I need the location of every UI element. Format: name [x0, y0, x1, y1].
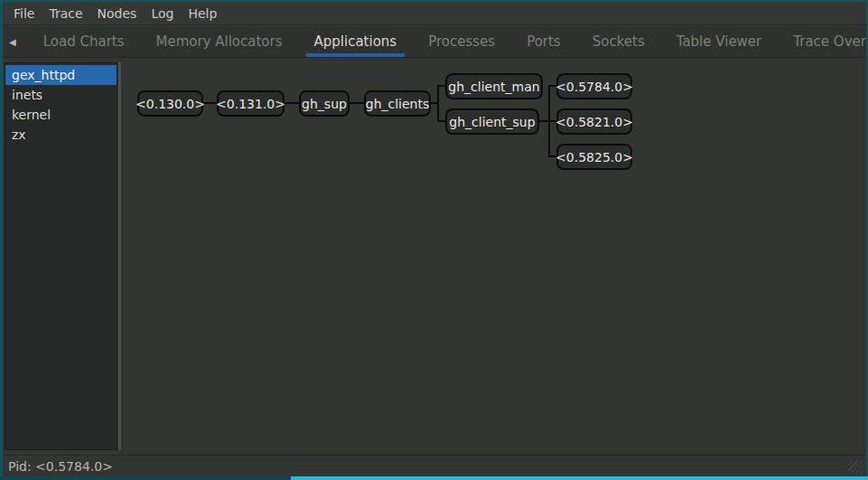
- tab-sockets[interactable]: Sockets: [584, 26, 653, 57]
- tab-ports[interactable]: Ports: [518, 26, 569, 57]
- observer-window: FileTraceNodesLogHelp ◀ Load ChartsMemor…: [0, 0, 868, 480]
- tree-connector: [548, 85, 550, 157]
- tab-strip: Load ChartsMemory AllocatorsApplications…: [23, 26, 868, 57]
- tab-processes[interactable]: Processes: [420, 26, 503, 57]
- tree-connector: [350, 102, 364, 104]
- sidebar-item-zx[interactable]: zx: [5, 125, 117, 145]
- menu-help[interactable]: Help: [181, 2, 224, 25]
- tree-connector: [539, 120, 549, 122]
- window-border-bottom-accent[interactable]: [291, 476, 868, 480]
- splitter-handle[interactable]: [118, 62, 121, 450]
- process-node-0-5784-0[interactable]: <0.5784.0>: [556, 73, 632, 99]
- content-area: gex_httpdinetskernelzx <0.130.0><0.131.0…: [3, 58, 866, 455]
- status-text: Pid: <0.5784.0>: [8, 459, 113, 474]
- menu-nodes[interactable]: Nodes: [90, 2, 145, 25]
- sidebar-item-inets[interactable]: inets: [5, 85, 117, 105]
- menu-file[interactable]: File: [6, 2, 42, 25]
- menu-bar: FileTraceNodesLogHelp: [3, 2, 866, 25]
- tree-connector: [437, 85, 439, 122]
- process-node-gh-client-sup[interactable]: gh_client_sup: [445, 108, 539, 135]
- menu-trace[interactable]: Trace: [42, 2, 89, 25]
- resize-grip[interactable]: [848, 461, 863, 474]
- process-node-gh-sup[interactable]: gh_sup: [299, 90, 350, 117]
- tab-bar: ◀ Load ChartsMemory AllocatorsApplicatio…: [3, 26, 866, 58]
- process-node-0-131-0[interactable]: <0.131.0>: [217, 90, 285, 117]
- tree-connector: [431, 102, 438, 104]
- process-tree-canvas: <0.130.0><0.131.0>gh_supgh_clientsgh_cli…: [0, 0, 868, 480]
- tab-load-charts[interactable]: Load Charts: [35, 26, 133, 57]
- process-node-0-5825-0[interactable]: <0.5825.0>: [556, 144, 632, 170]
- tab-memory-allocators[interactable]: Memory Allocators: [148, 26, 291, 57]
- window-border-bottom-left: [0, 476, 291, 480]
- tree-connector: [203, 102, 217, 104]
- menu-log[interactable]: Log: [144, 2, 181, 25]
- sidebar-item-kernel[interactable]: kernel: [5, 105, 117, 125]
- process-node-0-5821-0[interactable]: <0.5821.0>: [556, 108, 632, 135]
- status-bar: Pid: <0.5784.0>: [3, 455, 866, 476]
- process-node-gh-clients[interactable]: gh_clients: [364, 90, 431, 117]
- window-border-left: [0, 0, 3, 480]
- tree-connector: [437, 120, 445, 122]
- tab-applications[interactable]: Applications: [306, 26, 406, 57]
- process-node-0-130-0[interactable]: <0.130.0>: [137, 90, 203, 117]
- application-list: gex_httpdinetskernelzx: [5, 62, 117, 450]
- tab-table-viewer[interactable]: Table Viewer: [668, 26, 770, 57]
- window-border-top: [0, 0, 868, 2]
- tree-connector: [285, 102, 299, 104]
- scroll-left-icon[interactable]: ◀: [3, 26, 23, 57]
- tab-trace-overview[interactable]: Trace Overview: [785, 26, 868, 57]
- process-node-gh-client-man[interactable]: gh_client_man: [445, 73, 543, 99]
- tree-connector: [437, 85, 445, 87]
- sidebar-item-gex-httpd[interactable]: gex_httpd: [5, 65, 117, 85]
